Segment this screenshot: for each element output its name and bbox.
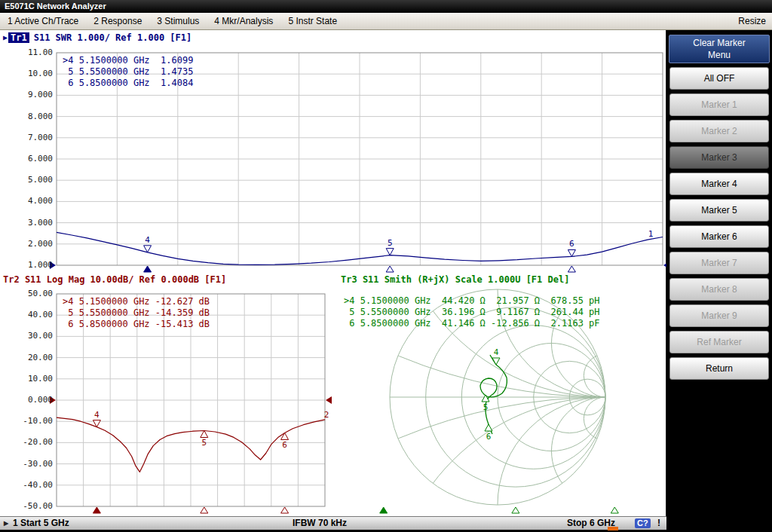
softkey-marker-6[interactable]: Marker 6 <box>669 225 769 248</box>
tr1-ytick: 3.000 <box>18 218 53 228</box>
menu-item-1[interactable]: 1 Active Ch/Trace <box>0 13 86 29</box>
tr2-readout-row-5: 5 5.5500000 GHz -14.359 dB <box>63 307 210 319</box>
tr3-readout-row-6: 6 5.8500000 GHz 41.146 Ω -12.856 Ω 2.116… <box>344 318 600 329</box>
tr2-marker-5-icon <box>201 430 208 437</box>
tr1-ytick: 9.000 <box>18 90 53 99</box>
tr2-ytick: 40.00 <box>18 310 53 320</box>
softkey-ref-marker[interactable]: Ref Marker <box>669 331 769 353</box>
tr1-stimulus-marker-5-icon <box>386 266 394 272</box>
tr1-ytick: 2.000 <box>18 239 53 249</box>
tr3-header[interactable]: Tr3 S11 Smith (R+jX) Scale 1.000U [F1 De… <box>341 274 569 285</box>
status-channel-arrow-icon: ▶ <box>4 517 8 530</box>
tr2-readout-row-6: 6 5.8500000 GHz -15.413 dB <box>63 319 210 330</box>
softkey-all-off[interactable]: All OFF <box>669 67 769 90</box>
tr1-ytick: 6.000 <box>18 154 53 164</box>
tr3-marker-6-number: 6 <box>486 432 492 442</box>
tr2-ytick: -50.00 <box>18 501 53 511</box>
tr1-marker-4-number: 4 <box>145 235 150 245</box>
tr3-marker-6-icon <box>485 424 492 431</box>
softkey-marker-9[interactable]: Marker 9 <box>669 304 769 327</box>
tr3-stimulus-marker-4-icon <box>380 507 388 513</box>
tr1-marker-6-icon <box>568 249 575 256</box>
title-bar[interactable]: E5071C Network Analyzer <box>0 0 772 13</box>
tr2-ytick: -10.00 <box>18 416 53 426</box>
tr2-trace-number: 2 <box>324 410 329 420</box>
softkey-marker-7[interactable]: Marker 7 <box>669 252 769 274</box>
tr3-marker-readout: >4 5.1500000 GHz 44.420 Ω 21.957 Ω 678.5… <box>344 295 600 329</box>
tr3-stimulus-marker-6-icon <box>611 507 618 513</box>
tr3-readout-row-5: 5 5.5500000 GHz 36.196 Ω 9.1167 Ω 261.44… <box>344 307 600 318</box>
tr1-trace-number: 1 <box>648 229 654 239</box>
softkey-return[interactable]: Return <box>669 357 769 380</box>
tr2-ytick: -30.00 <box>18 459 53 469</box>
menu-item-5[interactable]: 5 Instr State <box>280 13 345 29</box>
tr2-header[interactable]: Tr2 S11 Log Mag 10.00dB/ Ref 0.000dB [F1… <box>3 274 226 285</box>
tr1-ytick: 11.00 <box>18 47 53 57</box>
tr1-readout-row-4: >4 5.1500000 GHz 1.6099 <box>63 55 193 66</box>
tr2-readout-row-4: >4 5.1500000 GHz -12.627 dB <box>63 296 210 307</box>
softkey-marker-5[interactable]: Marker 5 <box>669 199 769 222</box>
status-bar: ▶ 1 Start 5 GHz IFBW 70 kHz Stop 6 GHz C… <box>0 516 666 530</box>
tr1-stimulus-marker-4-icon <box>144 266 152 272</box>
tr3-marker-5-number: 5 <box>483 402 489 412</box>
tr1-header-text: S11 SWR 1.000/ Ref 1.000 [F1] <box>34 32 192 43</box>
tr1-marker-6-number: 6 <box>569 239 574 249</box>
active-trace-arrow-icon: ▶ <box>3 33 8 41</box>
tr2-marker-6-number: 6 <box>282 440 287 450</box>
tr1-active-chip: Tr1 <box>8 32 29 43</box>
softkey-marker-8[interactable]: Marker 8 <box>669 278 769 301</box>
plots-canvas: 45614562456 <box>0 30 666 516</box>
tr1-stimulus-marker-6-icon <box>568 266 575 272</box>
tr2-ytick: -20.00 <box>18 437 53 447</box>
softkey-marker-2[interactable]: Marker 2 <box>669 120 769 142</box>
tr2-marker-4-number: 4 <box>94 410 100 420</box>
tr2-marker-5-number: 5 <box>201 438 207 448</box>
tr2-ytick: 20.00 <box>18 353 53 362</box>
menu-items: 1 Active Ch/Trace2 Response3 Stimulus4 M… <box>0 16 345 26</box>
tr1-ytick: 8.000 <box>18 112 53 121</box>
status-start-frequency: 1 Start 5 GHz <box>13 517 69 530</box>
tr2-marker-6-icon <box>281 433 289 439</box>
sweep-indicator <box>608 527 618 530</box>
softkey-menu-title-line2: Menu <box>669 49 769 61</box>
menu-item-4[interactable]: 4 Mkr/Analysis <box>207 13 280 29</box>
channel-window: 45614562456 ▶Tr1S11 SWR 1.000/ Ref 1.000… <box>0 30 666 516</box>
softkey-panel: Clear Marker Menu All OFFMarker 1Marker … <box>666 30 772 516</box>
tr1-ytick: 1.000 <box>18 260 53 270</box>
tr1-header[interactable]: ▶Tr1S11 SWR 1.000/ Ref 1.000 [F1] <box>3 32 191 43</box>
tr2-ytick: 30.00 <box>18 331 53 341</box>
tr2-stimulus-marker-5-icon <box>201 507 208 513</box>
softkey-menu-title: Clear Marker Menu <box>669 35 770 63</box>
softkey-marker-4[interactable]: Marker 4 <box>669 173 769 195</box>
menu-item-2[interactable]: 2 Response <box>86 13 149 29</box>
tr2-ytick: 10.00 <box>18 374 53 384</box>
status-alert: ! <box>657 517 660 530</box>
tr1-ytick: 7.000 <box>18 133 53 142</box>
tr1-marker-5-icon <box>386 249 394 255</box>
tr2-ytick: 0.000 <box>18 395 53 405</box>
menu-item-3[interactable]: 3 Stimulus <box>149 13 207 29</box>
tr2-ytick: 50.00 <box>18 289 53 298</box>
tr1-ytick: 10.00 <box>18 69 53 78</box>
tr1-marker-readout: >4 5.1500000 GHz 1.6099 5 5.5500000 GHz … <box>63 55 193 89</box>
status-correction-badge: C? <box>635 518 651 528</box>
tr3-marker-4-number: 4 <box>494 347 499 357</box>
tr2-ytick: -40.00 <box>18 480 53 490</box>
tr1-readout-row-6: 6 5.8500000 GHz 1.4084 <box>63 78 193 89</box>
menu-bar: 1 Active Ch/Trace2 Response3 Stimulus4 M… <box>0 13 772 30</box>
softkey-marker-3[interactable]: Marker 3 <box>669 146 769 169</box>
tr1-ytick: 4.000 <box>18 196 53 206</box>
tr2-stimulus-marker-6-icon <box>281 507 289 513</box>
tr1-marker-5-number: 5 <box>388 238 393 248</box>
tr1-ytick: 5.000 <box>18 175 53 185</box>
softkey-menu-title-line1: Clear Marker <box>669 37 769 49</box>
app-title: E5071C Network Analyzer <box>5 2 106 11</box>
tr3-trace <box>480 355 507 434</box>
tr2-stimulus-marker-4-icon <box>93 507 100 513</box>
menu-resize[interactable]: Resize <box>738 13 766 29</box>
tr1-readout-row-5: 5 5.5500000 GHz 1.4735 <box>63 66 193 78</box>
tr3-stimulus-marker-5-icon <box>512 507 519 513</box>
tr3-readout-row-4: >4 5.1500000 GHz 44.420 Ω 21.957 Ω 678.5… <box>344 295 600 307</box>
status-ifbw: IFBW 70 kHz <box>293 517 347 530</box>
softkey-marker-1[interactable]: Marker 1 <box>669 93 769 116</box>
